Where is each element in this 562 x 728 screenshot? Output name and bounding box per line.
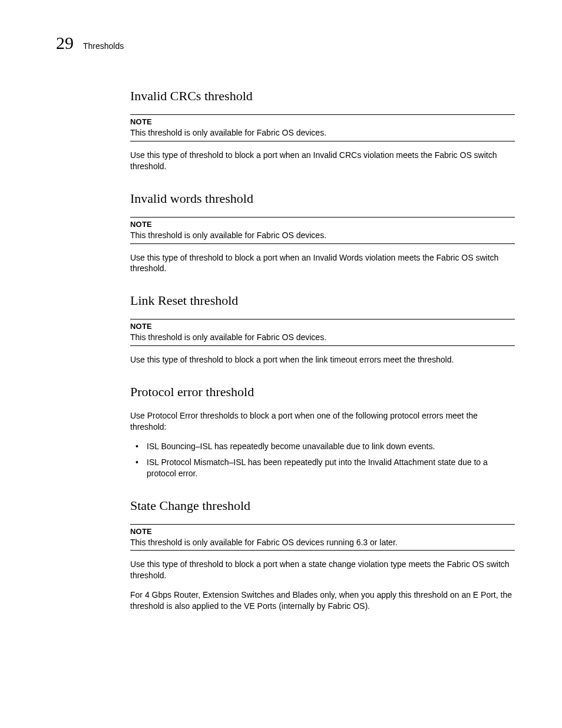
note-text: This threshold is only available for Fab… xyxy=(130,127,515,139)
note-label: NOTE xyxy=(130,527,515,536)
note-box: NOTE This threshold is only available fo… xyxy=(130,524,515,551)
section-protocol-error: Protocol error threshold Use Protocol Er… xyxy=(130,384,515,479)
note-box: NOTE This threshold is only available fo… xyxy=(130,217,515,244)
body-text: Use this type of threshold to block a po… xyxy=(130,150,515,172)
section-heading: Link Reset threshold xyxy=(130,293,515,308)
page: 29 Thresholds Invalid CRCs threshold NOT… xyxy=(0,0,562,612)
note-label: NOTE xyxy=(130,220,515,229)
section-link-reset: Link Reset threshold NOTE This threshold… xyxy=(130,293,515,365)
body-text: For 4 Gbps Router, Extension Switches an… xyxy=(130,589,515,612)
note-box: NOTE This threshold is only available fo… xyxy=(130,319,515,346)
page-number: 29 xyxy=(56,34,74,52)
list-item: ISL Bouncing–ISL has repeatedly become u… xyxy=(130,441,515,452)
header-title: Thresholds xyxy=(83,41,124,51)
note-box: NOTE This threshold is only available fo… xyxy=(130,114,515,141)
body-text: Use this type of threshold to block a po… xyxy=(130,354,515,365)
section-heading: Invalid words threshold xyxy=(130,191,515,206)
section-invalid-crcs: Invalid CRCs threshold NOTE This thresho… xyxy=(130,88,515,172)
note-label: NOTE xyxy=(130,117,515,126)
list-item: ISL Protocol Mismatch–ISL has been repea… xyxy=(130,457,515,479)
section-state-change: State Change threshold NOTE This thresho… xyxy=(130,498,515,612)
bullet-list: ISL Bouncing–ISL has repeatedly become u… xyxy=(130,441,515,479)
body-text: Use Protocol Error thresholds to block a… xyxy=(130,410,515,433)
section-invalid-words: Invalid words threshold NOTE This thresh… xyxy=(130,191,515,275)
section-heading: Protocol error threshold xyxy=(130,384,515,400)
note-text: This threshold is only available for Fab… xyxy=(130,230,515,241)
page-header: 29 Thresholds xyxy=(56,34,521,52)
note-text: This threshold is only available for Fab… xyxy=(130,332,515,343)
content-area: Invalid CRCs threshold NOTE This thresho… xyxy=(130,88,515,612)
body-text: Use this type of threshold to block a po… xyxy=(130,252,515,275)
body-text: Use this type of threshold to block a po… xyxy=(130,559,515,581)
note-text: This threshold is only available for Fab… xyxy=(130,537,515,548)
section-heading: State Change threshold xyxy=(130,498,515,513)
section-heading: Invalid CRCs threshold xyxy=(130,88,515,104)
note-label: NOTE xyxy=(130,322,515,331)
